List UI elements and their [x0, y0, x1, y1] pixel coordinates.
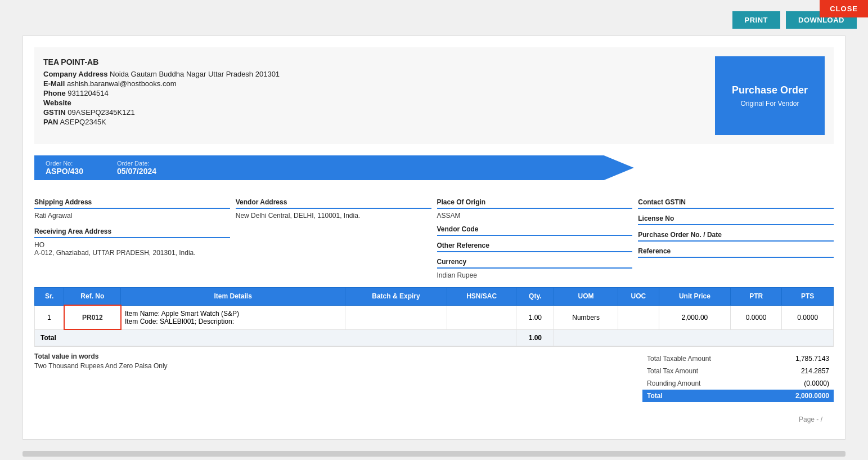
- cell-item-details: Item Name: Apple Smart Watch (S&P) Item …: [121, 305, 345, 329]
- address-grid: Shipping Address Rati Agrawal Receiving …: [34, 198, 834, 279]
- receiving-line2: A-012, Ghaziabad, UTTAR PRADESH, 201301,…: [34, 249, 230, 257]
- col-sr: Sr.: [35, 288, 64, 306]
- main-container: PRINT DOWNLOAD TEA POINT-AB Company Addr…: [0, 0, 868, 460]
- vendor-value: New Delhi Central, DELHI, 110001, India.: [236, 212, 431, 220]
- document-card: TEA POINT-AB Company Address Noida Gauta…: [23, 35, 845, 440]
- company-info: TEA POINT-AB Company Address Noida Gauta…: [43, 56, 280, 127]
- po-no-date-block: Purchase Order No. / Date: [638, 231, 834, 242]
- po-badge: Purchase Order Original For Vendor: [715, 56, 825, 135]
- vendor-code-title: Vendor Code: [437, 225, 633, 236]
- totals-section: Total Taxable Amount 1,785.7143 Total Ta…: [642, 352, 834, 402]
- vendor-title: Vendor Address: [236, 198, 431, 209]
- col-unit-price: Unit Price: [659, 288, 730, 306]
- reference-block: Reference: [638, 247, 834, 258]
- order-no-value: ASPO/430: [46, 167, 83, 176]
- col-hsn: HSN/SAC: [447, 288, 516, 306]
- grand-total-label: Total: [642, 390, 763, 402]
- col4-addresses: Contact GSTIN License No Purchase Order …: [638, 198, 834, 279]
- col-batch: Batch & Expiry: [345, 288, 447, 306]
- order-no-label: Order No:: [46, 160, 83, 167]
- col-pts: PTS: [782, 288, 834, 306]
- contact-gstin-block: Contact GSTIN: [638, 198, 834, 209]
- currency-block: Currency Indian Rupee: [437, 258, 633, 279]
- words-label: Total value in words: [34, 352, 642, 360]
- page-footer: Page - /: [34, 411, 834, 428]
- shipping-value: Rati Agrawal: [34, 212, 230, 220]
- vendor-code-block: Vendor Code: [437, 225, 633, 236]
- other-reference-title: Other Reference: [437, 242, 633, 252]
- item-code: Item Code: SALEBI001; Description:: [125, 318, 341, 325]
- cell-qty: 1.00: [516, 305, 554, 329]
- company-gstin: GSTIN 09ASEPQ2345K1Z1: [43, 108, 280, 117]
- col-uoc: UOC: [618, 288, 659, 306]
- company-pan: PAN ASEPQ2345K: [43, 118, 280, 126]
- col-ptr: PTR: [730, 288, 782, 306]
- cell-unit-price: 2,000.00: [659, 305, 730, 329]
- cell-sr: 1: [35, 305, 64, 329]
- license-no-title: License No: [638, 215, 834, 225]
- tax-row: Total Tax Amount 214.2857: [642, 365, 834, 377]
- other-reference-block: Other Reference: [437, 242, 633, 252]
- cell-pts: 0.0000: [782, 305, 834, 329]
- items-table: Sr. Ref. No Item Details Batch & Expiry …: [34, 287, 834, 346]
- summary-section: Total value in words Two Thousand Rupees…: [34, 346, 834, 408]
- order-no-section: Order No: ASPO/430: [46, 160, 83, 176]
- rounding-value: (0.0000): [763, 377, 834, 390]
- cell-ptr: 0.0000: [730, 305, 782, 329]
- receiving-line1: HO: [34, 241, 230, 249]
- close-button[interactable]: CLOSE: [820, 0, 868, 17]
- taxable-value: 1,785.7143: [763, 352, 834, 365]
- order-banner-wrapper: Order No: ASPO/430 Order Date: 05/07/202…: [34, 155, 834, 189]
- tax-value: 214.2857: [763, 365, 834, 377]
- company-email: E-Mail ashish.baranwal@hostbooks.com: [43, 79, 280, 88]
- table-row: 1 PR012 Item Name: Apple Smart Watch (S&…: [35, 305, 834, 329]
- col-ref-no: Ref. No: [64, 288, 121, 306]
- rounding-row: Rounding Amount (0.0000): [642, 377, 834, 390]
- tax-label: Total Tax Amount: [642, 365, 763, 377]
- cell-hsn: [447, 305, 516, 329]
- currency-value: Indian Rupee: [437, 271, 633, 279]
- scrollbar[interactable]: [23, 451, 845, 457]
- item-name: Item Name: Apple Smart Watch (S&P): [125, 310, 341, 318]
- receiving-title: Receiving Area Address: [34, 227, 230, 238]
- order-date-value: 05/07/2024: [117, 167, 156, 176]
- company-website: Website: [43, 99, 280, 107]
- words-section: Total value in words Two Thousand Rupees…: [34, 352, 642, 402]
- license-no-block: License No: [638, 215, 834, 225]
- receiving-area-block: Receiving Area Address HO A-012, Ghaziab…: [34, 227, 230, 257]
- rounding-label: Rounding Amount: [642, 377, 763, 390]
- place-of-origin-block: Place Of Origin ASSAM: [437, 198, 633, 220]
- reference-title: Reference: [638, 247, 834, 258]
- grand-total-value: 2,000.0000: [763, 390, 834, 402]
- shipping-address-block: Shipping Address Rati Agrawal: [34, 198, 230, 220]
- print-button[interactable]: PRINT: [732, 11, 781, 29]
- header-section: TEA POINT-AB Company Address Noida Gauta…: [34, 47, 834, 144]
- total-qty: 1.00: [516, 329, 554, 346]
- company-name: TEA POINT-AB: [43, 57, 280, 66]
- order-date-section: Order Date: 05/07/2024: [117, 160, 156, 176]
- order-date-label: Order Date:: [117, 160, 156, 167]
- shipping-title: Shipping Address: [34, 198, 230, 209]
- col-uom: UOM: [554, 288, 618, 306]
- table-header-row: Sr. Ref. No Item Details Batch & Expiry …: [35, 288, 834, 306]
- place-of-origin-title: Place Of Origin: [437, 198, 633, 209]
- total-label: Total: [35, 329, 516, 346]
- po-no-date-title: Purchase Order No. / Date: [638, 231, 834, 242]
- table-total-row: Total 1.00: [35, 329, 834, 346]
- cell-batch: [345, 305, 447, 329]
- col2-addresses: Vendor Address New Delhi Central, DELHI,…: [236, 198, 431, 279]
- cell-ref-no: PR012: [64, 305, 121, 329]
- company-address: Company Address Noida Gautam Buddha Naga…: [43, 70, 280, 78]
- taxable-label: Total Taxable Amount: [642, 352, 763, 365]
- vendor-address-block: Vendor Address New Delhi Central, DELHI,…: [236, 198, 431, 220]
- col1-addresses: Shipping Address Rati Agrawal Receiving …: [34, 198, 230, 279]
- words-value: Two Thousand Rupees And Zero Paisa Only: [34, 362, 642, 370]
- totals-table: Total Taxable Amount 1,785.7143 Total Ta…: [642, 352, 834, 402]
- col-qty: Qty.: [516, 288, 554, 306]
- col-item-details: Item Details: [121, 288, 345, 306]
- company-phone: Phone 9311204514: [43, 89, 280, 97]
- cell-uoc: [618, 305, 659, 329]
- po-title: Purchase Order: [732, 84, 808, 96]
- taxable-row: Total Taxable Amount 1,785.7143: [642, 352, 834, 365]
- po-subtitle: Original For Vendor: [740, 100, 799, 108]
